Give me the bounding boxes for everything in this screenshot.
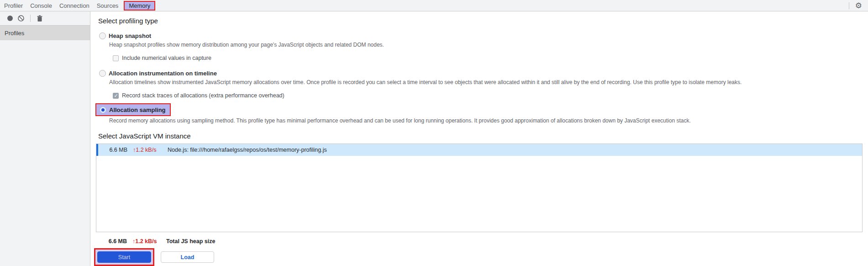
- record-stack-traces-row[interactable]: Record stack traces of allocations (extr…: [113, 92, 868, 99]
- vm-instance-name: Node.js: file:///home/rafaelgss/repos/os…: [168, 147, 327, 153]
- total-heap-row: 6.6 MB ↑1.2 kB/s Total JS heap size: [96, 237, 863, 245]
- total-heap-label: Total JS heap size: [166, 238, 215, 245]
- tab-memory[interactable]: Memory: [124, 1, 155, 11]
- allocation-timeline-label: Allocation instrumentation on timeline: [109, 70, 217, 77]
- start-button[interactable]: Start: [97, 251, 151, 263]
- heap-snapshot-radio[interactable]: [99, 32, 106, 39]
- gear-icon[interactable]: ⚙: [855, 2, 862, 10]
- tab-connection[interactable]: Connection: [56, 1, 93, 10]
- heap-snapshot-label: Heap snapshot: [109, 32, 151, 39]
- action-buttons: Start Load: [94, 248, 868, 266]
- delete-profile-button[interactable]: [34, 13, 45, 24]
- record-button[interactable]: [5, 13, 16, 24]
- sidebar-item-profiles[interactable]: Profiles: [0, 26, 90, 40]
- tab-sources[interactable]: Sources: [93, 1, 122, 10]
- trash-icon: [37, 15, 43, 22]
- vm-instance-list: 6.6 MB ↑1.2 kB/s Node.js: file:///home/r…: [96, 144, 863, 232]
- profiler-toolbar: [0, 11, 90, 26]
- include-numerical-values-row[interactable]: Include numerical values in capture: [113, 54, 868, 62]
- toolbar-divider: [30, 15, 31, 22]
- vm-instance-row[interactable]: 6.6 MB ↑1.2 kB/s Node.js: file:///home/r…: [96, 144, 862, 156]
- option-allocation-timeline[interactable]: Allocation instrumentation on timeline: [99, 69, 868, 78]
- tab-console[interactable]: Console: [26, 1, 56, 10]
- toolbar-divider: [849, 2, 849, 9]
- vm-heap-size: 6.6 MB: [98, 147, 127, 153]
- start-button-annotation: Start: [94, 248, 154, 266]
- heap-snapshot-description: Heap snapshot profiles show memory distr…: [109, 42, 868, 48]
- profiling-type-heading: Select profiling type: [98, 17, 868, 25]
- clear-icon: [17, 15, 25, 22]
- vm-heap-rate: ↑1.2 kB/s: [133, 147, 159, 153]
- record-stack-traces-label: Record stack traces of allocations (extr…: [122, 92, 284, 99]
- clear-button[interactable]: [16, 13, 26, 24]
- allocation-sampling-label: Allocation sampling: [109, 106, 166, 113]
- allocation-sampling-radio[interactable]: [100, 106, 106, 113]
- tab-profiler[interactable]: Profiler: [0, 1, 26, 10]
- profiles-label: Profiles: [5, 30, 24, 37]
- allocation-timeline-radio[interactable]: [99, 70, 106, 77]
- sidebar: Profiles: [0, 11, 90, 266]
- tabbar-right-group: ⚙: [849, 0, 868, 11]
- record-icon: [6, 15, 14, 22]
- memory-panel: Select profiling type Heap snapshot Heap…: [91, 11, 868, 266]
- include-numerical-values-label: Include numerical values in capture: [122, 55, 211, 61]
- option-heap-snapshot[interactable]: Heap snapshot: [99, 31, 868, 40]
- option-allocation-sampling[interactable]: Allocation sampling: [95, 103, 171, 116]
- record-stack-traces-checkbox[interactable]: [113, 93, 119, 99]
- include-numerical-values-checkbox[interactable]: [113, 55, 119, 61]
- total-heap-rate: ↑1.2 kB/s: [132, 238, 159, 245]
- vm-instance-heading: Select JavaScript VM instance: [98, 132, 868, 140]
- allocation-sampling-description: Record memory allocations using sampling…: [109, 117, 868, 124]
- total-heap-size: 6.6 MB: [98, 238, 127, 245]
- allocation-timeline-description: Allocation timelines show instrumented J…: [109, 79, 868, 86]
- top-tab-bar: Profiler Console Connection Sources Memo…: [0, 0, 868, 11]
- load-button[interactable]: Load: [161, 251, 214, 263]
